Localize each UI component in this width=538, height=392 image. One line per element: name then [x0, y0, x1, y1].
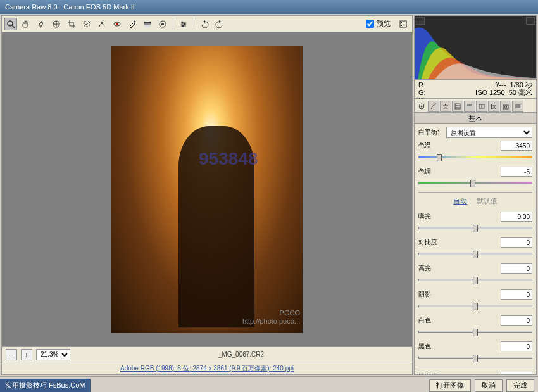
- svg-rect-13: [144, 25, 151, 27]
- tab-lens[interactable]: [476, 101, 487, 112]
- default-link[interactable]: 默认值: [477, 197, 497, 205]
- auto-link[interactable]: 自动: [453, 197, 467, 205]
- slider-track[interactable]: [418, 182, 532, 184]
- window-title: Camera Raw 8.0 - Canon EOS 5D Mark II: [5, 3, 135, 11]
- preview-panel: 预览 POCOhttp://photo.poco... 953848 − + 2…: [1, 15, 413, 375]
- slider-label: 曝光: [418, 212, 446, 221]
- photo-preview: POCOhttp://photo.poco...: [111, 46, 303, 333]
- svg-rect-28: [467, 104, 472, 106]
- tab-basic[interactable]: [416, 101, 427, 112]
- slider-label: 高光: [418, 264, 446, 273]
- slider-thumb[interactable]: [473, 355, 478, 362]
- open-image-button[interactable]: 打开图像: [429, 379, 471, 392]
- settings-body: 白平衡: 原照设置 色温色调 自动 默认值 曝光对比度高光阴影白色黑色 清晰度自…: [414, 124, 537, 375]
- svg-point-24: [421, 106, 423, 108]
- tab-camera[interactable]: [500, 101, 511, 112]
- slider-value-input[interactable]: [501, 372, 532, 375]
- cancel-button[interactable]: 取消: [475, 379, 503, 392]
- zoom-out-button[interactable]: −: [6, 349, 17, 360]
- slider-label: 阴影: [418, 290, 446, 299]
- svg-point-9: [116, 23, 118, 25]
- filename-label: _MG_0067.CR2: [218, 351, 264, 358]
- tab-curve[interactable]: [428, 101, 439, 112]
- shadow-clip-icon[interactable]: [416, 17, 425, 25]
- slider-track[interactable]: [418, 279, 532, 281]
- slider-track[interactable]: [418, 357, 532, 359]
- panel-title: 基本: [414, 113, 537, 124]
- wb-select[interactable]: 原照设置: [446, 127, 532, 138]
- slider-value-input[interactable]: [501, 263, 532, 274]
- preview-checkbox[interactable]: [366, 20, 374, 28]
- red-eye-icon[interactable]: [111, 18, 123, 30]
- svg-point-19: [182, 21, 184, 23]
- r-readout: R:: [418, 81, 426, 89]
- svg-rect-12: [144, 23, 151, 25]
- shutter-readout: 1/80 秒: [510, 81, 532, 89]
- highlight-clip-icon[interactable]: [526, 17, 535, 25]
- svg-rect-33: [503, 105, 508, 109]
- poco-watermark: POCOhttp://photo.poco...: [242, 309, 300, 326]
- readout: R: G: B: f/--- 1/80 秒 ISO 1250 50 毫米: [414, 80, 537, 99]
- slider-thumb[interactable]: [473, 225, 478, 232]
- done-button[interactable]: 完成: [506, 379, 534, 392]
- white-balance-tool-icon[interactable]: [35, 18, 47, 30]
- aperture-readout: f/---: [495, 81, 506, 89]
- crop-tool-icon[interactable]: [65, 18, 78, 30]
- page-watermark: 实用摄影技巧 FsBus.CoM: [0, 379, 91, 392]
- svg-rect-25: [455, 104, 460, 109]
- canvas-area[interactable]: POCOhttp://photo.poco... 953848: [2, 32, 412, 346]
- slider-track[interactable]: [418, 331, 532, 333]
- right-panel: R: G: B: f/--- 1/80 秒 ISO 1250 50 毫米 fx …: [414, 15, 537, 375]
- workflow-link[interactable]: Adobe RGB (1998): 8 位: 2574 x 3861 (9.9 …: [120, 364, 294, 373]
- zoom-select[interactable]: 21.3%: [36, 349, 70, 360]
- slider-label: 黑色: [418, 342, 446, 351]
- slider-thumb[interactable]: [470, 180, 475, 187]
- svg-rect-29: [467, 106, 472, 109]
- svg-rect-11: [144, 22, 151, 23]
- slider-track[interactable]: [418, 156, 532, 158]
- zoom-tool-icon[interactable]: [4, 18, 17, 30]
- slider-thumb[interactable]: [437, 154, 442, 161]
- spot-removal-icon[interactable]: [96, 18, 108, 30]
- slider-value-input[interactable]: [501, 341, 532, 351]
- slider-value-input[interactable]: [501, 315, 532, 326]
- tab-hsl[interactable]: [452, 101, 463, 112]
- canvas-footer: − + 21.3% _MG_0067.CR2: [2, 346, 412, 362]
- slider-thumb[interactable]: [473, 251, 478, 258]
- tab-presets[interactable]: [512, 101, 523, 112]
- slider-thumb[interactable]: [473, 277, 478, 284]
- preview-label: 预览: [377, 19, 391, 28]
- tab-fx[interactable]: fx: [488, 101, 499, 112]
- preferences-icon[interactable]: [177, 18, 190, 30]
- fullscreen-icon[interactable]: [397, 18, 410, 30]
- svg-point-0: [8, 21, 13, 26]
- radial-filter-icon[interactable]: [156, 18, 169, 30]
- slider-track[interactable]: [418, 305, 532, 307]
- lens-readout: 50 毫米: [509, 89, 532, 96]
- slider-value-input[interactable]: [501, 167, 532, 177]
- svg-point-10: [134, 20, 136, 22]
- slider-track[interactable]: [418, 227, 532, 229]
- slider-thumb[interactable]: [473, 329, 478, 336]
- svg-point-15: [161, 23, 164, 25]
- color-sampler-icon[interactable]: [50, 18, 63, 30]
- straighten-tool-icon[interactable]: [80, 18, 93, 30]
- tab-split[interactable]: [464, 101, 475, 112]
- svg-point-34: [505, 106, 507, 108]
- slider-value-input[interactable]: [501, 212, 532, 222]
- slider-track[interactable]: [418, 253, 532, 255]
- slider-value-input[interactable]: [501, 289, 532, 300]
- slider-value-input[interactable]: [501, 141, 532, 151]
- wb-label: 白平衡:: [418, 128, 446, 137]
- graduated-filter-icon[interactable]: [141, 18, 154, 30]
- tab-detail[interactable]: [440, 101, 451, 112]
- histogram[interactable]: [414, 15, 537, 80]
- svg-text:fx: fx: [491, 103, 496, 110]
- hand-tool-icon[interactable]: [20, 18, 32, 30]
- zoom-in-button[interactable]: +: [21, 349, 32, 360]
- rotate-left-icon[interactable]: [198, 18, 211, 30]
- rotate-right-icon[interactable]: [213, 18, 226, 30]
- slider-thumb[interactable]: [473, 303, 478, 310]
- slider-value-input[interactable]: [501, 237, 532, 248]
- adjustment-brush-icon[interactable]: [126, 18, 139, 30]
